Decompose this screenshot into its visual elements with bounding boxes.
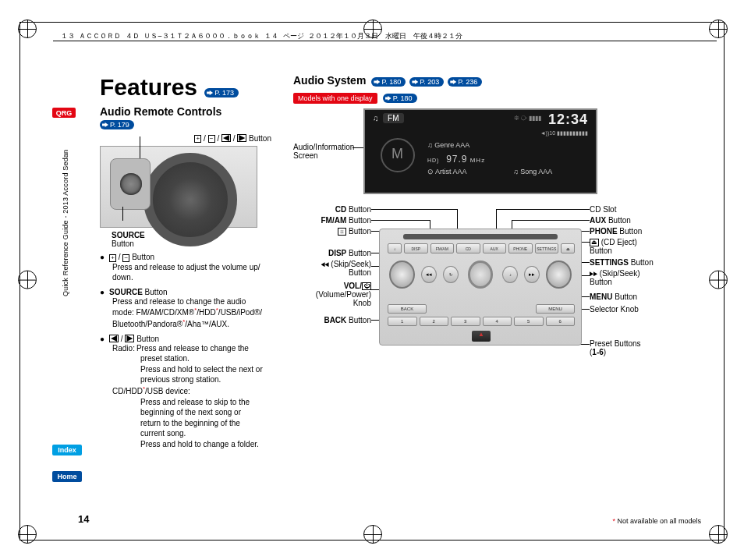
plus-icon: + [194, 135, 201, 143]
button-word: Button [246, 134, 271, 143]
volume-knob [389, 261, 415, 289]
left-column: Features P. 173 Audio Remote Controls P.… [100, 74, 279, 513]
plus-icon: + [109, 254, 116, 262]
ds-clock: 12:34 [548, 112, 588, 128]
hazard-button [472, 331, 491, 342]
steering-caption-top: + / − / / Button [100, 134, 279, 143]
model-tag: Models with one display [293, 93, 377, 104]
brightness-button: ☼ [388, 243, 402, 253]
screen-label: Audio/Information Screen [293, 143, 356, 160]
page-ref-203[interactable]: P. 203 [409, 77, 444, 87]
remote-control-cluster [110, 158, 151, 210]
prev-icon [109, 335, 119, 342]
audio-system-heading: Audio System [293, 74, 366, 87]
footnote: * Not available on all models [612, 517, 701, 525]
preset-2: 2 [420, 317, 449, 326]
right-column: Audio System P. 180 P. 203 P. 236 Models… [293, 74, 701, 513]
page-title: Features [100, 74, 197, 101]
prev-icon [221, 134, 231, 142]
preset-3: 3 [451, 317, 480, 326]
menu-button: MENU [536, 304, 575, 314]
page-ref-236[interactable]: P. 236 [448, 77, 482, 87]
arrow-right-icon [385, 96, 391, 101]
bullet-seek: ● / Button [100, 335, 279, 343]
next-icon [237, 134, 246, 142]
steering-wheel-icon [143, 153, 237, 246]
back-button: BACK [388, 304, 427, 314]
page-ref-179[interactable]: P. 179 [100, 120, 134, 129]
preset-4: 4 [483, 317, 512, 326]
seek-next-button: ▸▸ [524, 266, 540, 283]
arrow-right-icon [450, 80, 456, 84]
eject-icon: ⏏ [590, 239, 599, 246]
bullet2-desc: Press and release to change the audio mo… [112, 296, 279, 330]
page-ref-180[interactable]: P. 180 [371, 77, 406, 87]
preset-6: 6 [546, 317, 576, 326]
settings-button: SETTINGS [535, 243, 559, 253]
selector-knob [468, 261, 494, 289]
page-number: 14 [78, 513, 89, 525]
cd-button: CD [456, 243, 480, 253]
audio-display: ♫ FM ❊ ⧂ ▮▮▮▮ 12:34 ◄))10 ▮▮▮▮▮▮▮▮▮▮ ♫ G… [363, 108, 597, 194]
side-guide-text: Quick Reference Guide - 2013 Accord Seda… [62, 125, 69, 296]
tab-qrg[interactable]: QRG [52, 108, 76, 118]
radio-figure: CD Button FM/AM Button ☼ Button DISP But… [293, 205, 701, 385]
ds-band: ♫ FM [373, 113, 404, 123]
bullet-plus-minus: ● + / − Button [100, 253, 279, 261]
power-icon: ⏻ [362, 282, 371, 290]
preset-1: 1 [388, 317, 417, 326]
sound-button: ♪ [502, 266, 518, 283]
ds-song: ♫ Song AAA [513, 168, 552, 175]
aux-button: AUX [483, 243, 507, 253]
fmam-button: FM/AM [430, 243, 455, 253]
header-rule [53, 41, 717, 41]
bullet-source: ● SOURCE Button [100, 288, 279, 296]
ds-freq: HD) 97.9 MHz [427, 154, 485, 165]
audio-remote-heading: Audio Remote Controls [100, 105, 279, 118]
minus-icon: − [208, 135, 215, 143]
radio-unit: ☼ DISP FM/AM CD AUX PHONE SETTINGS ⏏ ◂◂ … [379, 229, 582, 346]
ds-volume: ◄))10 ▮▮▮▮▮▮▮▮▮▮ [540, 130, 588, 136]
bullet3-radio: Radio:Press and release to change the [112, 343, 279, 354]
preset-5: 5 [514, 317, 544, 326]
eject-button: ⏏ [561, 243, 575, 253]
steering-wheel-figure [100, 146, 257, 228]
tab-home[interactable]: Home [52, 471, 82, 482]
bullet3-radio-lines: preset station. Press and hold to select… [140, 353, 279, 385]
bluetooth-icon: ❊ ⧂ ▮▮▮▮ [514, 115, 541, 122]
arrow-right-icon [374, 80, 380, 84]
bullet3-cd: CD/HDD*/USB device: [112, 385, 279, 397]
tuner-dial-icon [381, 138, 415, 172]
scan-button: ↻ [443, 266, 459, 283]
tune-knob [546, 261, 572, 289]
seek-prev-button: ◂◂ [421, 266, 437, 283]
bullet1-desc: Press and release to adjust the volume u… [112, 262, 279, 283]
arrow-right-icon [412, 80, 418, 84]
arrow-right-icon [102, 122, 108, 127]
ds-genre: ♫ Genre AAA [427, 141, 469, 149]
brightness-icon: ☼ [338, 228, 346, 236]
disp-button: DISP [404, 243, 428, 253]
arrow-right-icon [207, 90, 213, 95]
ds-artist: ⊙ Artist AAA [427, 168, 467, 175]
page-ref-173[interactable]: P. 173 [204, 88, 239, 97]
tab-index[interactable]: Index [52, 445, 82, 455]
page-ref-180b[interactable]: P. 180 [383, 94, 417, 103]
next-icon [125, 335, 134, 342]
phone-button: PHONE [508, 243, 533, 253]
cd-slot [403, 234, 558, 239]
bullet3-cd-lines: Press and release to skip to the beginni… [140, 397, 279, 450]
